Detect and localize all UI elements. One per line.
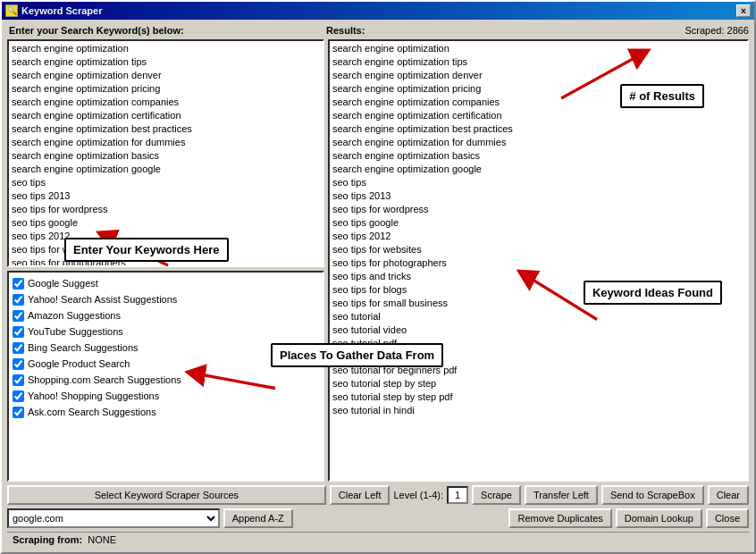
send-to-scrapebox-button[interactable]: Send to ScrapeBox [601, 485, 704, 505]
keyword-item[interactable]: search engine optimization companies [11, 96, 321, 109]
keyword-item[interactable]: search engine optimization basics [11, 149, 321, 163]
source-checkbox[interactable] [13, 294, 24, 306]
keyword-item[interactable]: seo tips for wordpress [11, 203, 321, 216]
source-label: YouTube Suggestions [28, 323, 123, 340]
result-item[interactable]: seo tutorial step by step pdf [332, 390, 745, 404]
bottom-row1: Select Keyword Scraper Sources Clear Lef… [7, 485, 749, 505]
source-checkbox[interactable] [13, 310, 24, 322]
transfer-left-button[interactable]: Transfer Left [525, 485, 598, 505]
source-label: Google Product Search [28, 356, 130, 372]
main-window: 🔍 Keyword Scraper × Enter your Search Ke… [0, 0, 756, 554]
title-bar: 🔍 Keyword Scraper × [2, 2, 754, 20]
keyword-listbox[interactable]: search engine optimizationsearch engine … [7, 39, 324, 267]
window-title: Keyword Scraper [21, 5, 102, 16]
level-input[interactable] [447, 486, 468, 504]
window-body: Enter your Search Keyword(s) below: Resu… [2, 20, 754, 552]
source-checkbox[interactable] [13, 407, 24, 418]
result-item[interactable]: search engine optimization google [332, 163, 745, 176]
source-label: Amazon Suggestions [28, 307, 121, 323]
status-label: Scraping from: [13, 534, 82, 545]
source-checkbox[interactable] [13, 358, 24, 370]
app-icon: 🔍 [5, 4, 18, 17]
source-checkbox-item[interactable]: Yahoo! Search Assist Suggestions [13, 291, 319, 307]
clear-button[interactable]: Clear [708, 485, 749, 505]
source-label: Shopping.com Search Suggestions [28, 372, 181, 388]
result-item[interactable]: seo tips for websites [332, 243, 745, 256]
result-item[interactable]: search engine optimization denver [332, 69, 745, 82]
source-label: Bing Search Suggestions [28, 340, 139, 356]
level-label: Level (1-4): [393, 490, 443, 500]
keyword-item[interactable]: search engine optimization best practice… [11, 122, 321, 136]
result-item[interactable]: seo tips 2012 [332, 230, 745, 243]
keyword-item[interactable]: search engine optimization pricing [11, 82, 321, 96]
source-checkbox[interactable] [13, 326, 24, 338]
scraped-count: Scraped: 2866 [685, 25, 749, 36]
source-checkbox-item[interactable]: Shopping.com Search Suggestions [13, 372, 319, 388]
left-panel-label: Enter your Search Keyword(s) below: [9, 25, 326, 36]
keyword-item[interactable]: seo tips google [11, 216, 321, 230]
append-az-button[interactable]: Append A-Z [223, 508, 293, 528]
keyword-ideas-annotation: Keyword Ideas Found [584, 281, 722, 305]
clear-left-button[interactable]: Clear Left [330, 485, 391, 505]
result-item[interactable]: seo tips [332, 176, 745, 189]
result-item[interactable]: search engine optimization for dummies [332, 136, 745, 149]
remove-duplicates-button[interactable]: Remove Duplicates [508, 508, 611, 528]
result-item[interactable]: seo tips for photographers [332, 256, 745, 270]
result-item[interactable]: search engine optimization certification [332, 109, 745, 122]
source-label: Yahoo! Search Assist Suggestions [28, 291, 177, 307]
status-value: NONE [88, 534, 116, 545]
source-checkbox-item[interactable]: Amazon Suggestions [13, 307, 319, 323]
result-item[interactable]: seo tutorial [332, 310, 745, 323]
source-label: Google Suggest [28, 275, 98, 291]
result-item[interactable]: search engine optimization basics [332, 149, 745, 163]
source-label: Ask.com Search Suggestions [28, 404, 156, 420]
source-checkbox-item[interactable]: Yahoo! Shopping Suggestions [13, 388, 319, 404]
result-item[interactable]: seo tutorial step by step [332, 377, 745, 390]
top-labels: Enter your Search Keyword(s) below: Resu… [7, 25, 749, 36]
domain-lookup-button[interactable]: Domain Lookup [616, 508, 702, 528]
right-panel-label: Results: [326, 25, 747, 36]
bottom-row2: google.com Append A-Z Remove Duplicates … [7, 508, 749, 528]
select-sources-button[interactable]: Select Keyword Scraper Sources [7, 485, 326, 505]
result-item[interactable]: seo tips for wordpress [332, 203, 745, 216]
source-checkbox-item[interactable]: YouTube Suggestions [13, 323, 319, 340]
result-item[interactable]: search engine optimization [332, 42, 745, 55]
result-item[interactable]: seo tips google [332, 216, 745, 230]
result-item[interactable]: search engine optimization tips [332, 55, 745, 69]
result-item[interactable]: seo tutorial video [332, 323, 745, 337]
keyword-item[interactable]: search engine optimization certification [11, 109, 321, 122]
scrape-button[interactable]: Scrape [472, 485, 521, 505]
close-button[interactable]: × [736, 4, 751, 17]
domain-select[interactable]: google.com [7, 508, 220, 528]
source-checkbox-item[interactable]: Ask.com Search Suggestions [13, 404, 319, 420]
places-annotation: Places To Gather Data From [271, 343, 443, 367]
results-count-annotation: # of Results [620, 84, 704, 108]
source-checkbox[interactable] [13, 374, 24, 386]
status-bar: Scraping from: NONE [7, 532, 749, 547]
keyword-item[interactable]: search engine optimization google [11, 163, 321, 176]
keyword-item[interactable]: search engine optimization [11, 42, 321, 55]
title-bar-left: 🔍 Keyword Scraper [5, 4, 102, 17]
keywords-annotation: Enter Your Keywords Here [64, 238, 229, 262]
result-item[interactable]: search engine optimization best practice… [332, 122, 745, 136]
keyword-item[interactable]: search engine optimization tips [11, 55, 321, 69]
result-item[interactable]: seo tutorial in hindi [332, 404, 745, 417]
keyword-item[interactable]: search engine optimization for dummies [11, 136, 321, 149]
keyword-item[interactable]: seo tips [11, 176, 321, 189]
keyword-item[interactable]: search engine optimization denver [11, 69, 321, 82]
source-label: Yahoo! Shopping Suggestions [28, 388, 159, 404]
source-checkbox[interactable] [13, 390, 24, 402]
source-checkbox[interactable] [13, 278, 24, 290]
sources-box: Google SuggestYahoo! Search Assist Sugge… [7, 271, 324, 482]
source-checkbox[interactable] [13, 342, 24, 354]
keyword-item[interactable]: seo tips 2013 [11, 189, 321, 203]
result-item[interactable]: seo tips 2013 [332, 189, 745, 203]
close-app-button[interactable]: Close [706, 508, 749, 528]
source-checkbox-item[interactable]: Google Suggest [13, 275, 319, 291]
